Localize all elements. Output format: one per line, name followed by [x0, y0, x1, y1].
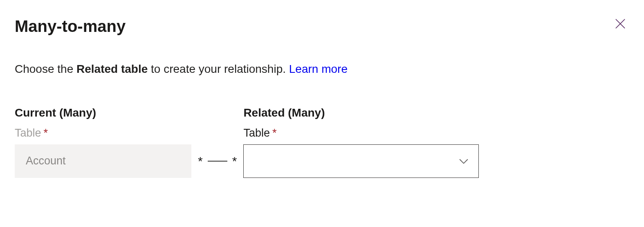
chevron-down-icon — [457, 155, 470, 168]
panel-title: Many-to-many — [15, 16, 126, 36]
current-column: Current (Many) Table* Account — [15, 106, 191, 178]
relationship-connector: * * — [191, 144, 243, 178]
panel-header: Many-to-many — [15, 16, 629, 36]
related-table-dropdown[interactable] — [243, 144, 479, 178]
description-suffix: to create your relationship. — [148, 63, 289, 75]
current-table-label: Table* — [15, 127, 191, 139]
panel-description: Choose the Related table to create your … — [15, 61, 629, 77]
close-icon — [614, 17, 627, 30]
current-table-value: Account — [15, 144, 191, 178]
close-button[interactable] — [611, 15, 629, 33]
description-prefix: Choose the — [15, 63, 76, 75]
required-asterisk: * — [44, 127, 48, 139]
connector-left-star: * — [198, 154, 203, 168]
required-asterisk: * — [272, 127, 277, 139]
related-table-label: Table* — [243, 127, 479, 139]
connector-right-star: * — [232, 154, 237, 168]
related-heading: Related (Many) — [243, 106, 479, 119]
related-column: Related (Many) Table* — [243, 106, 479, 178]
description-bold: Related table — [76, 63, 148, 75]
learn-more-link[interactable]: Learn more — [289, 63, 348, 75]
connector-line — [208, 161, 227, 162]
relationship-form-row: Current (Many) Table* Account * * Relate… — [15, 106, 629, 178]
current-table-value-text: Account — [26, 155, 66, 167]
current-table-label-text: Table — [15, 127, 41, 139]
related-table-label-text: Table — [243, 127, 270, 139]
current-heading: Current (Many) — [15, 106, 191, 119]
